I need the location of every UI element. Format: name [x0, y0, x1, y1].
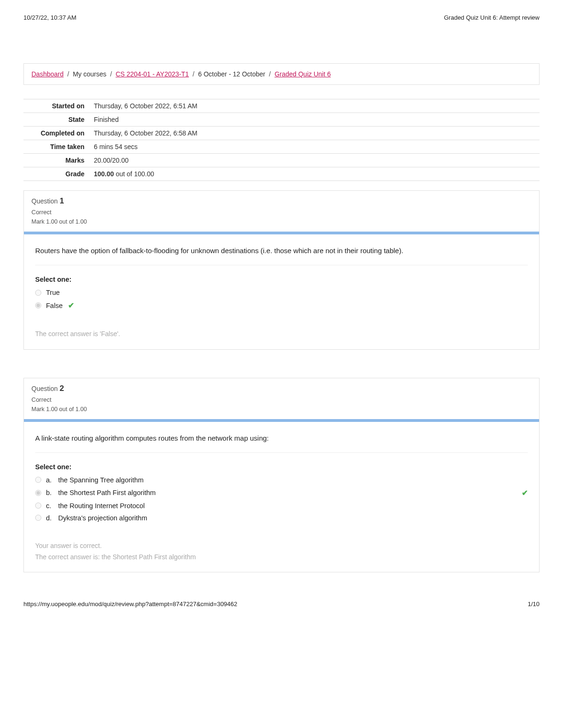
answer-letter: d.	[46, 514, 54, 522]
attempt-summary-table: Started onThursday, 6 October 2022, 6:51…	[23, 99, 540, 181]
summary-value: Thursday, 6 October 2022, 6:51 AM	[89, 99, 540, 113]
summary-label: Time taken	[23, 140, 89, 154]
summary-value: Thursday, 6 October 2022, 6:58 AM	[89, 127, 540, 140]
answer-option: True	[35, 289, 528, 296]
question-body: A link-state routing algorithm computes …	[24, 422, 539, 572]
answer-radio[interactable]	[35, 302, 41, 308]
print-footer: https://my.uopeople.edu/mod/quiz/review.…	[23, 600, 540, 608]
print-doc-title: Graded Quiz Unit 6: Attempt review	[444, 14, 540, 21]
summary-row: Marks20.00/20.00	[23, 154, 540, 167]
question-text: A link-state routing algorithm computes …	[35, 434, 528, 453]
answer-option: a.the Spanning Tree algorithm	[35, 476, 528, 484]
answer-radio[interactable]	[35, 290, 41, 296]
summary-row: Completed onThursday, 6 October 2022, 6:…	[23, 127, 540, 140]
summary-value: Finished	[89, 113, 540, 127]
breadcrumb-separator: /	[110, 70, 112, 78]
summary-row-grade: Grade100.00 out of 100.00	[23, 167, 540, 181]
summary-label: Completed on	[23, 127, 89, 140]
question-body: Routers have the option of fallback-to-f…	[24, 234, 539, 349]
answer-label: the Shortest Path First algorithm	[58, 489, 156, 496]
answer-letter: b.	[46, 489, 54, 496]
question-header: Question 1CorrectMark 1.00 out of 1.00	[24, 191, 539, 232]
answer-option: c.the Routing Internet Protocol	[35, 502, 528, 510]
check-icon: ✔	[522, 488, 528, 497]
summary-row: Started onThursday, 6 October 2022, 6:51…	[23, 99, 540, 113]
answer-label: True	[46, 289, 60, 296]
question-feedback: The correct answer is 'False'.	[35, 329, 528, 340]
answer-option: b.the Shortest Path First algorithm✔	[35, 488, 528, 497]
question-header: Question 2CorrectMark 1.00 out of 1.00	[24, 378, 539, 419]
answer-radio[interactable]	[35, 515, 41, 521]
select-one-label: Select one:	[35, 276, 528, 283]
question-title: Question 2	[31, 384, 532, 393]
breadcrumb-separator: /	[269, 70, 271, 78]
summary-row: StateFinished	[23, 113, 540, 127]
question-block: Question 1CorrectMark 1.00 out of 1.00Ro…	[23, 190, 540, 350]
select-one-label: Select one:	[35, 463, 528, 471]
breadcrumb-my-courses: My courses	[73, 70, 107, 78]
summary-label: State	[23, 113, 89, 127]
question-title: Question 1	[31, 196, 532, 206]
question-status: Correct	[31, 396, 532, 403]
question-text: Routers have the option of fallback-to-f…	[35, 247, 528, 265]
answer-option: False✔	[35, 301, 528, 310]
feedback-line: The correct answer is 'False'.	[35, 329, 528, 340]
answer-radio[interactable]	[35, 503, 41, 509]
answer-label: the Spanning Tree algorithm	[58, 476, 144, 484]
print-header: 10/27/22, 10:37 AM Graded Quiz Unit 6: A…	[23, 14, 540, 21]
summary-value: 100.00 out of 100.00	[89, 167, 540, 181]
breadcrumb-dashboard-link[interactable]: Dashboard	[31, 70, 64, 78]
question-mark: Mark 1.00 out of 1.00	[31, 406, 532, 413]
breadcrumb-quiz-link[interactable]: Graded Quiz Unit 6	[274, 70, 331, 78]
print-timestamp: 10/27/22, 10:37 AM	[23, 14, 76, 21]
summary-row: Time taken6 mins 54 secs	[23, 140, 540, 154]
summary-value: 6 mins 54 secs	[89, 140, 540, 154]
answer-radio[interactable]	[35, 490, 41, 496]
summary-value: 20.00/20.00	[89, 154, 540, 167]
breadcrumb: Dashboard / My courses / CS 2204-01 - AY…	[23, 63, 540, 85]
feedback-line: Your answer is correct.	[35, 540, 528, 552]
question-block: Question 2CorrectMark 1.00 out of 1.00A …	[23, 378, 540, 573]
question-mark: Mark 1.00 out of 1.00	[31, 218, 532, 225]
answer-letter: a.	[46, 476, 54, 484]
answer-option: d.Dykstra's projection algorithm	[35, 514, 528, 522]
check-icon: ✔	[68, 301, 74, 310]
breadcrumb-separator: /	[67, 70, 69, 78]
question-status: Correct	[31, 209, 532, 216]
answer-label: the Routing Internet Protocol	[58, 502, 145, 510]
print-page-number: 1/10	[528, 600, 540, 608]
answer-label: Dykstra's projection algorithm	[58, 514, 147, 522]
answer-radio[interactable]	[35, 477, 41, 483]
answer-letter: c.	[46, 502, 54, 510]
question-number: 1	[60, 196, 64, 205]
question-feedback: Your answer is correct.The correct answe…	[35, 540, 528, 563]
breadcrumb-separator: /	[192, 70, 194, 78]
breadcrumb-course-link[interactable]: CS 2204-01 - AY2023-T1	[115, 70, 189, 78]
summary-label: Started on	[23, 99, 89, 113]
print-footer-url: https://my.uopeople.edu/mod/quiz/review.…	[23, 600, 237, 608]
question-number: 2	[60, 384, 64, 393]
summary-label: Marks	[23, 154, 89, 167]
breadcrumb-section: 6 October - 12 October	[198, 70, 265, 78]
answer-label: False	[46, 302, 62, 309]
feedback-line: The correct answer is: the Shortest Path…	[35, 552, 528, 563]
summary-label: Grade	[23, 167, 89, 181]
